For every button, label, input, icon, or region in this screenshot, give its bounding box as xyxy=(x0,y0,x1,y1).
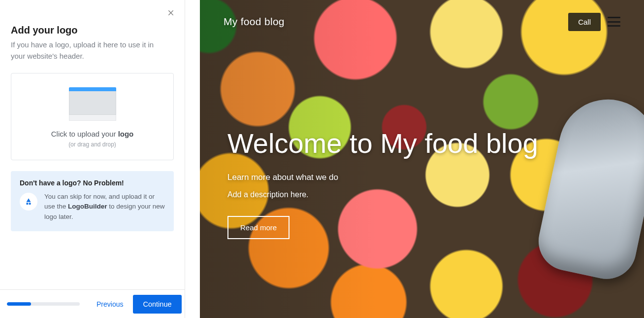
site-preview-pane: My food blog Call Welcome to My food blo… xyxy=(185,0,644,318)
wizard-progress-bar xyxy=(7,302,80,306)
logo-tip-box: Don't have a logo? No Problem! You can s… xyxy=(11,171,174,232)
upload-drag-hint: (or drag and drop) xyxy=(21,141,163,148)
wizard-sidebar: Add your logo If you have a logo, upload… xyxy=(0,0,185,318)
close-button[interactable] xyxy=(165,7,177,19)
logobuilder-icon xyxy=(20,193,37,211)
close-icon xyxy=(167,9,175,17)
call-button[interactable]: Call xyxy=(568,13,601,31)
hero-main: Welcome to My food blog Learn more about… xyxy=(227,32,582,306)
svg-point-2 xyxy=(29,203,31,205)
hero-content: My food blog Call Welcome to My food blo… xyxy=(200,0,644,318)
wizard-progress-fill xyxy=(7,302,31,306)
hero-line-1: Learn more about what we do xyxy=(227,173,582,182)
upload-text-bold: logo xyxy=(118,130,134,138)
hero-line-2: Add a description here. xyxy=(227,190,582,199)
upload-text: Click to upload your logo xyxy=(21,130,163,138)
continue-button[interactable]: Continue xyxy=(133,295,181,314)
panel-subtitle: If you have a logo, upload it here to us… xyxy=(11,39,163,62)
upload-placeholder-icon xyxy=(69,87,116,121)
svg-marker-0 xyxy=(27,198,31,202)
hamburger-menu-icon[interactable] xyxy=(608,17,620,27)
topbar-actions: Call xyxy=(568,13,620,31)
site-title: My food blog xyxy=(224,16,285,28)
previous-button[interactable]: Previous xyxy=(94,296,126,312)
site-preview: My food blog Call Welcome to My food blo… xyxy=(200,0,644,318)
panel-title: Add your logo xyxy=(11,25,174,36)
logo-tip-body: You can skip for now, and upload it or u… xyxy=(44,192,165,223)
logo-upload-dropzone[interactable]: Click to upload your logo (or drag and d… xyxy=(11,73,174,160)
logo-tip-title: Don't have a logo? No Problem! xyxy=(20,179,165,187)
hero-heading: Welcome to My food blog xyxy=(227,128,582,159)
read-more-button[interactable]: Read more xyxy=(227,216,290,239)
logobuilder-link[interactable]: LogoBuilder xyxy=(68,203,107,210)
wizard-footer: Previous Continue xyxy=(0,289,185,318)
upload-text-prefix: Click to upload your xyxy=(51,130,118,138)
svg-rect-1 xyxy=(27,203,29,205)
wizard-sidebar-body: Add your logo If you have a logo, upload… xyxy=(0,0,185,289)
preview-topbar: My food blog Call xyxy=(224,12,620,32)
